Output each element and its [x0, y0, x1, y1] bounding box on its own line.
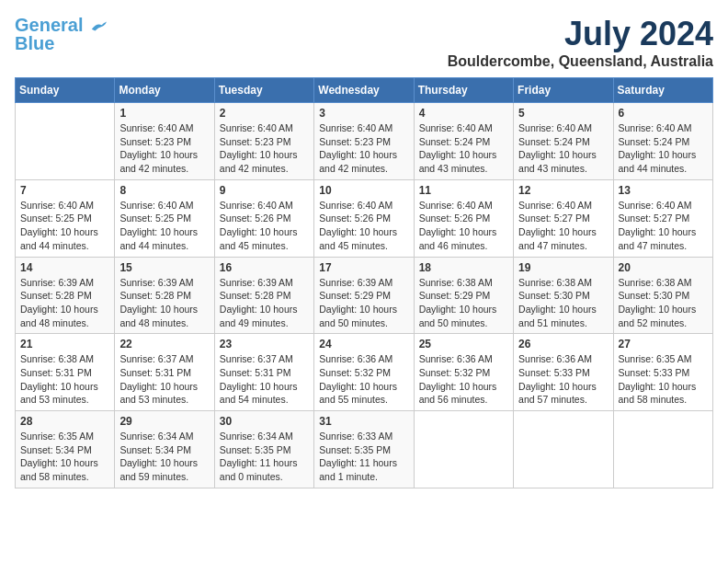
- day-info: Sunrise: 6:38 AM Sunset: 5:30 PM Dayligh…: [619, 276, 708, 330]
- day-number: 27: [619, 338, 708, 350]
- day-number: 19: [518, 261, 608, 274]
- day-info: Sunrise: 6:34 AM Sunset: 5:35 PM Dayligh…: [220, 430, 309, 484]
- calendar-cell: 28Sunrise: 6:35 AM Sunset: 5:34 PM Dayli…: [16, 411, 115, 488]
- logo-blue: Blue: [15, 33, 54, 54]
- calendar-header-row: SundayMondayTuesdayWednesdayThursdayFrid…: [16, 78, 713, 103]
- day-number: 14: [20, 261, 109, 274]
- calendar-cell: 19Sunrise: 6:38 AM Sunset: 5:30 PM Dayli…: [514, 257, 613, 334]
- day-info: Sunrise: 6:37 AM Sunset: 5:31 PM Dayligh…: [119, 352, 209, 407]
- day-number: 3: [319, 107, 408, 120]
- day-info: Sunrise: 6:38 AM Sunset: 5:29 PM Dayligh…: [419, 276, 508, 330]
- day-number: 18: [419, 261, 508, 274]
- day-number: 9: [220, 184, 309, 197]
- calendar-cell: 30Sunrise: 6:34 AM Sunset: 5:35 PM Dayli…: [214, 411, 313, 488]
- day-number: 31: [319, 415, 408, 428]
- weekday-header-saturday: Saturday: [613, 78, 712, 103]
- calendar-week-row: 21Sunrise: 6:38 AM Sunset: 5:31 PM Dayli…: [16, 334, 713, 411]
- calendar-cell: 16Sunrise: 6:39 AM Sunset: 5:28 PM Dayli…: [214, 257, 313, 334]
- calendar-cell: 29Sunrise: 6:34 AM Sunset: 5:34 PM Dayli…: [115, 411, 214, 488]
- calendar-cell: 13Sunrise: 6:40 AM Sunset: 5:27 PM Dayli…: [613, 179, 712, 257]
- day-number: 6: [619, 107, 708, 120]
- calendar-week-row: 14Sunrise: 6:39 AM Sunset: 5:28 PM Dayli…: [16, 257, 713, 334]
- day-info: Sunrise: 6:38 AM Sunset: 5:31 PM Dayligh…: [20, 352, 109, 407]
- calendar-cell: 8Sunrise: 6:40 AM Sunset: 5:25 PM Daylig…: [115, 179, 214, 257]
- day-info: Sunrise: 6:39 AM Sunset: 5:29 PM Dayligh…: [319, 276, 408, 330]
- day-info: Sunrise: 6:37 AM Sunset: 5:31 PM Dayligh…: [220, 352, 309, 407]
- day-info: Sunrise: 6:40 AM Sunset: 5:25 PM Dayligh…: [20, 199, 109, 253]
- calendar-cell: 31Sunrise: 6:33 AM Sunset: 5:35 PM Dayli…: [314, 411, 414, 488]
- calendar-table: SundayMondayTuesdayWednesdayThursdayFrid…: [15, 77, 713, 488]
- calendar-cell: 4Sunrise: 6:40 AM Sunset: 5:24 PM Daylig…: [414, 103, 513, 180]
- day-number: 28: [20, 415, 109, 428]
- calendar-cell: 14Sunrise: 6:39 AM Sunset: 5:28 PM Dayli…: [16, 257, 115, 334]
- day-info: Sunrise: 6:36 AM Sunset: 5:32 PM Dayligh…: [419, 352, 508, 407]
- day-number: 8: [119, 184, 209, 197]
- logo-text: General: [15, 15, 107, 35]
- day-number: 22: [119, 338, 209, 350]
- calendar-cell: 2Sunrise: 6:40 AM Sunset: 5:23 PM Daylig…: [214, 103, 313, 180]
- day-info: Sunrise: 6:40 AM Sunset: 5:24 PM Dayligh…: [518, 121, 608, 176]
- day-info: Sunrise: 6:38 AM Sunset: 5:30 PM Dayligh…: [518, 276, 608, 330]
- calendar-cell: 24Sunrise: 6:36 AM Sunset: 5:32 PM Dayli…: [314, 334, 414, 411]
- day-number: 23: [220, 338, 309, 350]
- page-header: General Blue July 2024 Bouldercombe, Que…: [15, 15, 713, 70]
- calendar-cell: 22Sunrise: 6:37 AM Sunset: 5:31 PM Dayli…: [115, 334, 214, 411]
- day-info: Sunrise: 6:35 AM Sunset: 5:33 PM Dayligh…: [619, 352, 708, 407]
- day-number: 4: [419, 107, 508, 120]
- calendar-cell: 17Sunrise: 6:39 AM Sunset: 5:29 PM Dayli…: [314, 257, 414, 334]
- day-info: Sunrise: 6:36 AM Sunset: 5:33 PM Dayligh…: [518, 352, 608, 407]
- day-info: Sunrise: 6:40 AM Sunset: 5:27 PM Dayligh…: [619, 199, 708, 253]
- day-info: Sunrise: 6:40 AM Sunset: 5:23 PM Dayligh…: [119, 121, 209, 176]
- day-number: 1: [119, 107, 209, 120]
- day-info: Sunrise: 6:39 AM Sunset: 5:28 PM Dayligh…: [20, 276, 109, 330]
- day-info: Sunrise: 6:40 AM Sunset: 5:23 PM Dayligh…: [220, 121, 309, 176]
- day-number: 26: [518, 338, 608, 350]
- day-number: 17: [319, 261, 408, 274]
- day-info: Sunrise: 6:40 AM Sunset: 5:23 PM Dayligh…: [319, 121, 408, 176]
- logo: General Blue: [15, 15, 107, 54]
- calendar-week-row: 7Sunrise: 6:40 AM Sunset: 5:25 PM Daylig…: [16, 179, 713, 257]
- day-number: 7: [20, 184, 109, 197]
- calendar-cell: 9Sunrise: 6:40 AM Sunset: 5:26 PM Daylig…: [214, 179, 313, 257]
- calendar-cell: [514, 411, 613, 488]
- day-number: 2: [220, 107, 309, 120]
- calendar-cell: 3Sunrise: 6:40 AM Sunset: 5:23 PM Daylig…: [314, 103, 414, 180]
- weekday-header-monday: Monday: [115, 78, 214, 103]
- weekday-header-sunday: Sunday: [16, 78, 115, 103]
- calendar-week-row: 1Sunrise: 6:40 AM Sunset: 5:23 PM Daylig…: [16, 103, 713, 180]
- day-info: Sunrise: 6:39 AM Sunset: 5:28 PM Dayligh…: [220, 276, 309, 330]
- day-number: 20: [619, 261, 708, 274]
- weekday-header-friday: Friday: [514, 78, 613, 103]
- calendar-cell: 5Sunrise: 6:40 AM Sunset: 5:24 PM Daylig…: [514, 103, 613, 180]
- calendar-cell: 18Sunrise: 6:38 AM Sunset: 5:29 PM Dayli…: [414, 257, 513, 334]
- day-info: Sunrise: 6:40 AM Sunset: 5:24 PM Dayligh…: [619, 121, 708, 176]
- calendar-cell: 6Sunrise: 6:40 AM Sunset: 5:24 PM Daylig…: [613, 103, 712, 180]
- day-number: 13: [619, 184, 708, 197]
- day-info: Sunrise: 6:40 AM Sunset: 5:26 PM Dayligh…: [419, 199, 508, 253]
- calendar-cell: 23Sunrise: 6:37 AM Sunset: 5:31 PM Dayli…: [214, 334, 313, 411]
- month-title: July 2024: [448, 15, 713, 53]
- weekday-header-thursday: Thursday: [414, 78, 513, 103]
- calendar-cell: 25Sunrise: 6:36 AM Sunset: 5:32 PM Dayli…: [414, 334, 513, 411]
- weekday-header-wednesday: Wednesday: [314, 78, 414, 103]
- calendar-cell: 15Sunrise: 6:39 AM Sunset: 5:28 PM Dayli…: [115, 257, 214, 334]
- day-info: Sunrise: 6:39 AM Sunset: 5:28 PM Dayligh…: [119, 276, 209, 330]
- calendar-cell: 12Sunrise: 6:40 AM Sunset: 5:27 PM Dayli…: [514, 179, 613, 257]
- day-number: 5: [518, 107, 608, 120]
- calendar-cell: [414, 411, 513, 488]
- day-info: Sunrise: 6:33 AM Sunset: 5:35 PM Dayligh…: [319, 430, 408, 484]
- calendar-cell: 26Sunrise: 6:36 AM Sunset: 5:33 PM Dayli…: [514, 334, 613, 411]
- day-number: 16: [220, 261, 309, 274]
- title-block: July 2024 Bouldercombe, Queensland, Aust…: [448, 15, 713, 70]
- day-number: 12: [518, 184, 608, 197]
- calendar-cell: [16, 103, 115, 180]
- calendar-cell: 7Sunrise: 6:40 AM Sunset: 5:25 PM Daylig…: [16, 179, 115, 257]
- day-info: Sunrise: 6:40 AM Sunset: 5:26 PM Dayligh…: [220, 199, 309, 253]
- calendar-cell: 1Sunrise: 6:40 AM Sunset: 5:23 PM Daylig…: [115, 103, 214, 180]
- day-number: 24: [319, 338, 408, 350]
- calendar-cell: [613, 411, 712, 488]
- day-number: 15: [119, 261, 209, 274]
- weekday-header-tuesday: Tuesday: [214, 78, 313, 103]
- calendar-week-row: 28Sunrise: 6:35 AM Sunset: 5:34 PM Dayli…: [16, 411, 713, 488]
- day-number: 30: [220, 415, 309, 428]
